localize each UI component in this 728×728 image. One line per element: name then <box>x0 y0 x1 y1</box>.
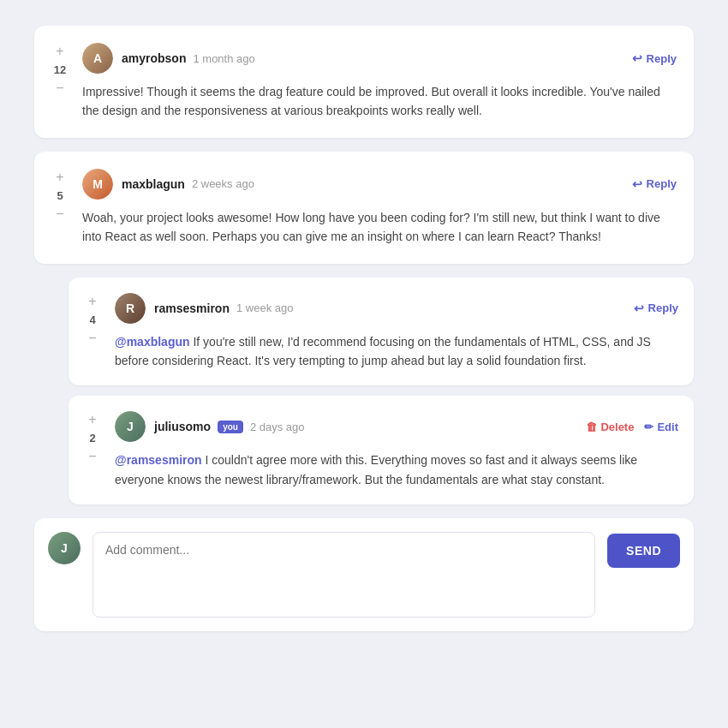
reply-arrow-icon: ↩ <box>632 177 642 191</box>
downvote-button[interactable]: − <box>85 448 99 465</box>
send-button[interactable]: SEND <box>607 534 680 568</box>
mention: @maxblagun <box>115 335 193 349</box>
comment-text: @maxblagun If you're still new, I'd reco… <box>115 332 678 371</box>
comment-text: @ramsesmiron I couldn't agree more with … <box>115 451 678 489</box>
username: maxblagun <box>122 177 185 191</box>
reply-card: +4−Rramsesmiron1 week ago↩Reply@maxblagu… <box>69 277 694 386</box>
comment-body: Mmaxblagun2 weeks ago↩ReplyWoah, your pr… <box>82 169 677 247</box>
edit-icon: ✏ <box>644 421 653 433</box>
timestamp: 1 week ago <box>236 301 634 314</box>
edit-button[interactable]: ✏ Edit <box>644 421 678 433</box>
comment-body: Rramsesmiron1 week ago↩Reply@maxblagun I… <box>115 293 678 371</box>
action-buttons: 🗑 Delete✏ Edit <box>586 421 678 433</box>
mention: @ramsesmiron <box>115 453 205 467</box>
comment-card: +12−Aamyrobson1 month ago↩ReplyImpressiv… <box>34 26 694 138</box>
vote-count: 12 <box>54 62 66 78</box>
edit-label: Edit <box>657 421 678 433</box>
reply-button[interactable]: ↩Reply <box>634 301 678 315</box>
comment-input[interactable] <box>92 532 595 618</box>
reply-label: Reply <box>647 52 677 65</box>
reply-arrow-icon: ↩ <box>634 301 644 315</box>
reply-arrow-icon: ↩ <box>632 51 642 65</box>
delete-label: Delete <box>600 421 634 433</box>
delete-button[interactable]: 🗑 Delete <box>586 421 634 433</box>
timestamp: 1 month ago <box>193 52 631 65</box>
avatar: M <box>82 169 113 200</box>
you-badge: you <box>218 421 243 433</box>
upvote-button[interactable]: + <box>52 43 67 60</box>
current-user-avatar: J <box>48 532 81 564</box>
reply-button[interactable]: ↩Reply <box>632 51 677 65</box>
add-comment-section: JSEND <box>34 518 694 631</box>
delete-icon: 🗑 <box>586 421 597 433</box>
vote-column: +12− <box>48 43 72 121</box>
comment-header: Rramsesmiron1 week ago↩Reply <box>115 293 678 324</box>
vote-count: 2 <box>89 430 95 446</box>
downvote-button[interactable]: − <box>85 330 99 347</box>
comment-text: Impressive! Though it seems the drag fea… <box>82 82 677 121</box>
comment-body: Jjuliusomoyou2 days ago🗑 Delete✏ Edit@ra… <box>115 411 678 489</box>
avatar: J <box>115 411 146 442</box>
timestamp: 2 days ago <box>250 421 587 433</box>
username: ramsesmiron <box>154 301 230 315</box>
avatar: R <box>115 293 146 324</box>
comment-card: +5−Mmaxblagun2 weeks ago↩ReplyWoah, your… <box>34 152 694 264</box>
username: amyrobson <box>122 51 186 65</box>
reply-label: Reply <box>647 177 677 190</box>
upvote-button[interactable]: + <box>52 169 67 186</box>
avatar: A <box>82 43 113 74</box>
timestamp: 2 weeks ago <box>192 177 632 190</box>
reply-label: Reply <box>648 301 678 314</box>
comment-text: Woah, your project looks awesome! How lo… <box>82 208 677 247</box>
reply-card: +2−Jjuliusomoyou2 days ago🗑 Delete✏ Edit… <box>69 396 694 504</box>
comments-section: +12−Aamyrobson1 month ago↩ReplyImpressiv… <box>34 26 694 631</box>
comment-body: Aamyrobson1 month ago↩ReplyImpressive! T… <box>82 43 677 121</box>
upvote-button[interactable]: + <box>85 411 99 428</box>
comment-header: Aamyrobson1 month ago↩Reply <box>82 43 677 74</box>
comment-header: Jjuliusomoyou2 days ago🗑 Delete✏ Edit <box>115 411 678 442</box>
comment-header: Mmaxblagun2 weeks ago↩Reply <box>82 169 677 200</box>
vote-count: 4 <box>89 312 95 328</box>
username: juliusomo <box>154 420 211 433</box>
vote-count: 5 <box>57 188 63 204</box>
downvote-button[interactable]: − <box>52 80 67 97</box>
vote-column: +2− <box>81 411 104 489</box>
vote-column: +4− <box>81 293 104 371</box>
vote-column: +5− <box>48 169 72 247</box>
downvote-button[interactable]: − <box>52 206 67 223</box>
replies-container: +4−Rramsesmiron1 week ago↩Reply@maxblagu… <box>69 277 694 505</box>
upvote-button[interactable]: + <box>85 293 99 310</box>
reply-button[interactable]: ↩Reply <box>632 177 677 191</box>
